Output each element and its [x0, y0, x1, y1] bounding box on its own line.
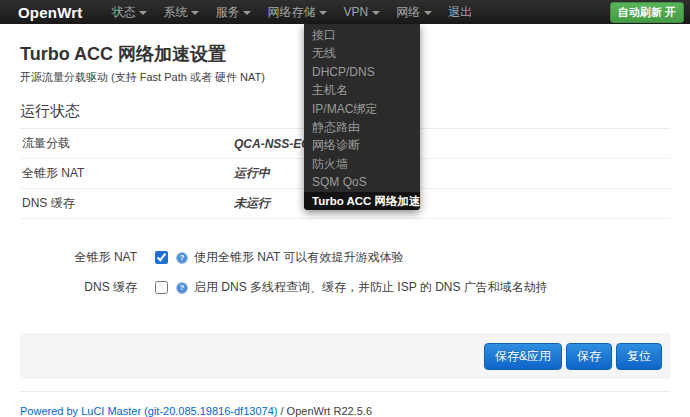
nav-item-label: 状态 — [111, 4, 135, 21]
nav-item-services[interactable]: 服务 — [207, 0, 259, 24]
openwrt-brand[interactable]: OpenWrt — [18, 4, 82, 21]
chevron-down-icon — [139, 11, 147, 15]
menu-item-wireless[interactable]: 无线 — [304, 44, 420, 62]
status-value-dns-cache: 未运行 — [232, 189, 670, 219]
menu-item-firewall[interactable]: 防火墙 — [304, 155, 420, 173]
form-row-dns-cache: DNS 缓存 启用 DNS 多线程查询、缓存，并防止 ISP 的 DNS 广告和… — [20, 279, 670, 296]
dns-cache-checkbox[interactable] — [155, 281, 168, 294]
nav-item-logout[interactable]: 退出 — [440, 0, 480, 24]
menu-item-hostnames[interactable]: 主机名 — [304, 81, 420, 99]
openwrt-version-text: / OpenWrt R22.5.6 — [277, 405, 372, 417]
help-icon — [176, 252, 188, 264]
chevron-down-icon — [372, 11, 380, 15]
menu-item-dhcp-dns[interactable]: DHCP/DNS — [304, 63, 420, 81]
nav-item-label: 退出 — [448, 4, 472, 21]
fullcone-nat-description: 使用全锥形 NAT 可以有效提升游戏体验 — [194, 249, 404, 266]
nav-item-label: VPN — [343, 5, 368, 19]
nav-item-status[interactable]: 状态 — [103, 0, 155, 24]
menu-item-diagnostics[interactable]: 网络诊断 — [304, 136, 420, 154]
chevron-down-icon — [424, 11, 432, 15]
nav-item-vpn[interactable]: VPN — [335, 0, 388, 24]
reset-button[interactable]: 复位 — [616, 343, 662, 370]
menu-item-sqm-qos[interactable]: SQM QoS — [304, 173, 420, 191]
save-apply-button[interactable]: 保存&应用 — [484, 343, 562, 370]
status-label-offloading: 流量分载 — [20, 129, 232, 159]
chevron-down-icon — [191, 11, 199, 15]
nav-item-label: 网络存储 — [267, 4, 315, 21]
settings-form: 全锥形 NAT 使用全锥形 NAT 可以有效提升游戏体验 DNS 缓存 启用 D… — [20, 249, 670, 296]
menu-item-turbo-acc[interactable]: Turbo ACC 网络加速 — [304, 192, 420, 210]
help-icon — [176, 282, 188, 294]
fullcone-nat-label: 全锥形 NAT — [20, 249, 137, 266]
menu-item-interfaces[interactable]: 接口 — [304, 26, 420, 44]
status-value-fullcone-nat: 运行中 — [232, 159, 670, 189]
menu-item-static-routes[interactable]: 静态路由 — [304, 118, 420, 136]
luci-version-link[interactable]: Powered by LuCI Master (git-20.085.19816… — [20, 405, 277, 417]
chevron-down-icon — [243, 11, 251, 15]
nav-item-label: 服务 — [215, 4, 239, 21]
auto-refresh-toggle[interactable]: 自动刷新 开 — [610, 2, 684, 23]
save-button[interactable]: 保存 — [566, 343, 612, 370]
nav-item-label: 网络 — [396, 4, 420, 21]
nav-menu: 状态 系统 服务 网络存储 VPN 网络 — [103, 0, 480, 24]
chevron-down-icon — [319, 11, 327, 15]
nav-item-system[interactable]: 系统 — [155, 0, 207, 24]
top-navbar: OpenWrt 状态 系统 服务 网络存储 VPN — [0, 0, 690, 24]
form-actions-bar: 保存&应用 保存 复位 — [20, 333, 670, 379]
fullcone-nat-checkbox[interactable] — [155, 251, 168, 264]
footer-divider — [20, 391, 670, 392]
nav-item-network[interactable]: 网络 — [388, 0, 440, 24]
footer: Powered by LuCI Master (git-20.085.19816… — [20, 405, 670, 417]
nav-item-label: 系统 — [163, 4, 187, 21]
network-dropdown-menu: 接口 无线 DHCP/DNS 主机名 IP/MAC绑定 静态路由 网络诊断 防火… — [304, 24, 420, 210]
dns-cache-description: 启用 DNS 多线程查询、缓存，并防止 ISP 的 DNS 广告和域名劫持 — [194, 279, 548, 296]
form-row-fullcone-nat: 全锥形 NAT 使用全锥形 NAT 可以有效提升游戏体验 — [20, 249, 670, 266]
status-label-fullcone-nat: 全锥形 NAT — [20, 159, 232, 189]
dns-cache-label: DNS 缓存 — [20, 279, 137, 296]
openwrt-luci-page: OpenWrt 状态 系统 服务 网络存储 VPN — [0, 0, 690, 417]
nav-item-nas[interactable]: 网络存储 — [259, 0, 335, 24]
status-value-offloading: QCA-NSS-ECM — [232, 129, 670, 159]
status-label-dns-cache: DNS 缓存 — [20, 189, 232, 219]
menu-item-ip-mac-bind[interactable]: IP/MAC绑定 — [304, 100, 420, 118]
